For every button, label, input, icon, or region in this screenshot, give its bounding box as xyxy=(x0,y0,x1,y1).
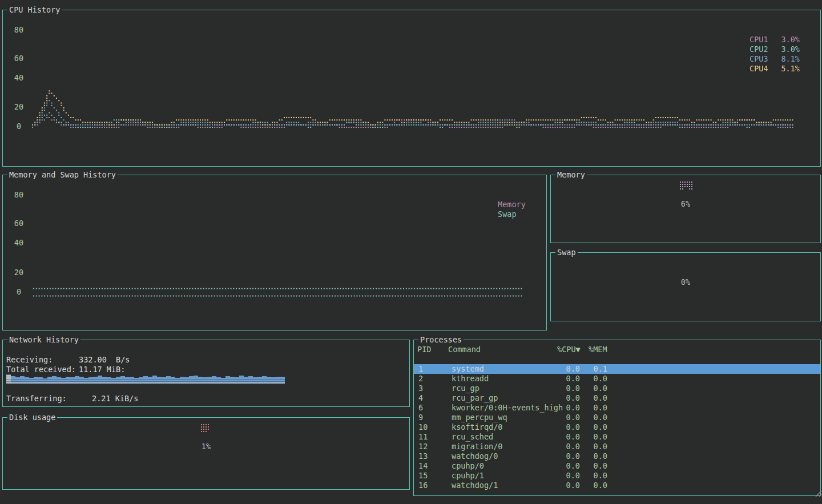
process-row[interactable]: 1systemd0.00.1 xyxy=(414,364,820,374)
receiving-label: Receiving: xyxy=(6,355,53,365)
process-pid: 1 xyxy=(418,364,423,374)
process-pid: 12 xyxy=(418,442,428,451)
process-row[interactable]: 3rcu_gp0.00.0 xyxy=(414,384,820,393)
transferring-label: Transferring: xyxy=(6,394,67,404)
process-pid: 2 xyxy=(418,374,423,384)
mem-swap-legend-item: Swap xyxy=(498,209,517,219)
system-monitor-screen: CPU History 80 60 40 20 0 CPU13.0%CPU23.… xyxy=(0,0,822,504)
processes-panel: Processes PID Command %CPU▼ %MEM 1system… xyxy=(413,340,821,496)
mem-swap-legend-item: Memory xyxy=(498,200,526,209)
process-row[interactable]: 6kworker/0:0H-events_high0.00.0 xyxy=(414,403,820,413)
cpu-ytick-40: 40 xyxy=(14,73,24,83)
process-mem: 0.0 xyxy=(585,451,607,461)
process-mem: 0.1 xyxy=(585,364,607,374)
process-pid: 6 xyxy=(418,403,423,413)
process-cpu: 0.0 xyxy=(557,442,580,451)
process-cpu: 0.0 xyxy=(557,481,580,490)
process-cpu: 0.0 xyxy=(557,384,580,393)
process-mem: 0.0 xyxy=(585,422,607,432)
column-header-cpu-sort[interactable]: %CPU▼ xyxy=(557,345,581,354)
process-mem: 0.0 xyxy=(585,461,607,471)
cpu-legend-name: CPU1 xyxy=(750,35,768,45)
process-row[interactable]: 11rcu_sched0.00.0 xyxy=(414,432,820,442)
cpu-legend-item: CPU45.1% xyxy=(750,64,800,74)
cpu-legend-value: 3.0% xyxy=(781,35,800,45)
process-command: rcu_sched xyxy=(452,432,493,442)
process-pid: 10 xyxy=(418,422,428,432)
process-row[interactable]: 15cpuhp/10.00.0 xyxy=(414,471,820,481)
memory-gauge-dots xyxy=(680,182,694,191)
memswap-ytick-40: 40 xyxy=(14,238,24,248)
process-pid: 11 xyxy=(418,432,428,442)
process-pid: 9 xyxy=(418,413,423,422)
process-command: rcu_par_gp xyxy=(452,393,498,403)
process-command: rcu_gp xyxy=(452,384,480,393)
process-command: mm_percpu_wq xyxy=(452,413,507,422)
process-mem: 0.0 xyxy=(585,374,607,384)
cpu-legend-value: 3.0% xyxy=(781,45,800,54)
swap-percent: 0% xyxy=(551,277,820,287)
process-pid: 14 xyxy=(418,461,428,471)
process-row[interactable]: 16watchdog/10.00.0 xyxy=(414,481,820,490)
process-mem: 0.0 xyxy=(585,393,607,403)
disk-usage-title: Disk usage xyxy=(7,413,57,422)
receiving-value: 332.00 B/s xyxy=(79,355,130,365)
cpu-ytick-0: 0 xyxy=(14,122,24,131)
cpu-legend-item: CPU38.1% xyxy=(750,54,800,64)
process-row[interactable]: 14cpuhp/00.00.0 xyxy=(414,461,820,471)
process-mem: 0.0 xyxy=(585,384,607,393)
swap-title: Swap xyxy=(555,248,578,257)
mem-swap-history-title: Memory and Swap History xyxy=(7,170,118,180)
process-command: kworker/0:0H-events_high xyxy=(452,403,563,413)
column-header-mem[interactable]: %MEM xyxy=(589,345,607,354)
process-cpu: 0.0 xyxy=(557,374,580,384)
process-cpu: 0.0 xyxy=(557,393,580,403)
resize-handle-icon[interactable] xyxy=(815,490,822,497)
process-command: migration/0 xyxy=(452,442,502,451)
process-cpu: 0.0 xyxy=(557,403,580,413)
memory-percent: 6% xyxy=(551,199,820,209)
memory-title: Memory xyxy=(555,170,587,180)
process-row[interactable]: 9mm_percpu_wq0.00.0 xyxy=(414,413,820,422)
process-command: systemd xyxy=(452,364,484,374)
disk-usage-panel: Disk usage 1% xyxy=(2,417,410,490)
column-header-command[interactable]: Command xyxy=(448,345,481,354)
memswap-ytick-0: 0 xyxy=(14,287,24,297)
process-pid: 15 xyxy=(418,471,428,481)
process-pid: 4 xyxy=(418,393,423,403)
process-cpu: 0.0 xyxy=(557,422,580,432)
process-row[interactable]: 12migration/00.00.0 xyxy=(414,442,820,451)
process-row[interactable]: 10ksoftirqd/00.00.0 xyxy=(414,422,820,432)
memory-panel: Memory 6% xyxy=(550,175,821,243)
swap-panel: Swap 0% xyxy=(550,252,821,321)
process-row[interactable]: 2kthreadd0.00.0 xyxy=(414,374,820,384)
process-pid: 13 xyxy=(418,451,428,461)
memswap-ytick-60: 60 xyxy=(14,219,24,228)
mem-swap-chart xyxy=(33,284,524,299)
process-cpu: 0.0 xyxy=(557,432,580,442)
cpu-history-title: CPU History xyxy=(7,5,62,15)
process-pid: 16 xyxy=(418,481,428,490)
cpu-legend-name: CPU2 xyxy=(750,45,768,54)
column-header-pid[interactable]: PID xyxy=(417,345,431,354)
process-row[interactable]: 13watchdog/00.00.0 xyxy=(414,451,820,461)
process-command: kthreadd xyxy=(452,374,489,384)
process-cpu: 0.0 xyxy=(557,451,580,461)
memswap-ytick-20: 20 xyxy=(14,268,24,277)
cpu-legend-name: CPU3 xyxy=(750,54,768,64)
transferring-value: 2.21 KiB/s xyxy=(92,394,138,404)
network-chart xyxy=(6,373,406,384)
network-history-title: Network History xyxy=(7,335,80,345)
processes-title: Processes xyxy=(418,335,464,345)
process-cpu: 0.0 xyxy=(557,471,580,481)
cpu-history-chart xyxy=(32,21,795,130)
cpu-history-panel: CPU History 80 60 40 20 0 CPU13.0%CPU23.… xyxy=(2,10,821,167)
process-row[interactable]: 4rcu_par_gp0.00.0 xyxy=(414,393,820,403)
cpu-legend-item: CPU13.0% xyxy=(750,35,800,45)
process-mem: 0.0 xyxy=(585,403,607,413)
cpu-legend-item: CPU23.0% xyxy=(750,45,800,54)
process-command: ksoftirqd/0 xyxy=(452,422,502,432)
cpu-ytick-80: 80 xyxy=(14,25,24,35)
process-cpu: 0.0 xyxy=(557,413,580,422)
memswap-ytick-80: 80 xyxy=(14,190,24,200)
